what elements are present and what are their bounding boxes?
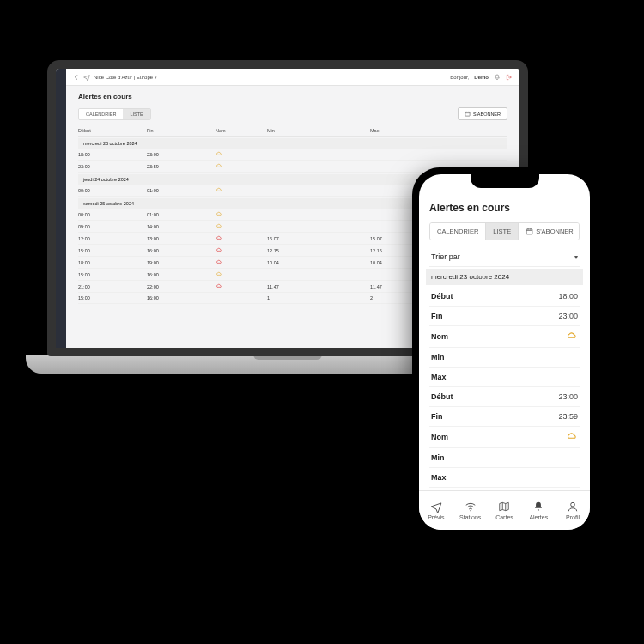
col-min: Min xyxy=(267,128,370,133)
logout-icon[interactable] xyxy=(506,74,513,81)
cell-nom xyxy=(216,259,267,265)
alert-list: Début18:00Fin23:00NomMinMaxDébut23:00Fin… xyxy=(429,287,580,488)
plane-icon xyxy=(430,501,442,513)
nav-label: Profil xyxy=(566,514,580,520)
tab-list[interactable]: Liste xyxy=(123,109,149,119)
label-fin: Fin xyxy=(431,412,443,421)
cloud-icon xyxy=(216,211,222,216)
nav-previs[interactable]: Prévis xyxy=(419,491,453,530)
cell-nom xyxy=(216,187,267,193)
cell-min: 12.15 xyxy=(267,248,370,253)
bell-icon[interactable] xyxy=(494,74,501,81)
cell-fin: 23:59 xyxy=(147,164,216,169)
cell-nom xyxy=(216,163,267,169)
svg-point-2 xyxy=(470,510,471,511)
chevron-down-icon: ▾ xyxy=(574,253,578,261)
list-row-max: Max xyxy=(429,368,580,387)
cell-fin: 19:00 xyxy=(147,260,216,265)
tab-subscribe[interactable]: S'abonner xyxy=(519,223,580,240)
cell-fin: 13:00 xyxy=(147,236,216,241)
cloud-icon xyxy=(216,247,222,252)
cloud-icon xyxy=(216,163,222,168)
tab-calendar[interactable]: Calendrier xyxy=(79,109,123,119)
tab-calendar[interactable]: Calendrier xyxy=(430,223,485,240)
view-tabs: Calendrier Liste xyxy=(78,108,151,120)
list-row-debut: Début23:00 xyxy=(429,387,580,407)
cell-min: 15.07 xyxy=(267,236,370,241)
label-debut: Début xyxy=(431,292,453,301)
list-row-fin: Fin23:59 xyxy=(429,407,580,427)
cell-debut: 00:00 xyxy=(78,188,147,193)
cell-fin: 16:00 xyxy=(147,272,216,277)
cell-nom xyxy=(216,271,267,277)
value-debut: 18:00 xyxy=(558,292,578,301)
cell-debut: 15:00 xyxy=(78,295,147,301)
top-bar: Nice Côte d'Azur | Europe ▾ Bonjour, Dem… xyxy=(66,69,519,86)
cell-min: 10.04 xyxy=(267,260,370,265)
nav-profil[interactable]: Profil xyxy=(556,491,590,530)
nav-cartes[interactable]: Cartes xyxy=(488,491,522,530)
col-max: Max xyxy=(370,128,473,133)
phone-notch xyxy=(471,174,539,188)
breadcrumb-text: Nice Côte d'Azur | Europe xyxy=(94,75,153,80)
col-debut: Début xyxy=(78,128,147,133)
svg-point-3 xyxy=(571,502,575,507)
nav-stations[interactable]: Stations xyxy=(453,491,488,530)
cell-debut: 15:00 xyxy=(78,272,147,277)
back-icon[interactable] xyxy=(73,74,80,81)
cell-debut: 09:00 xyxy=(78,224,147,229)
list-row-min: Min xyxy=(429,448,580,468)
cell-nom xyxy=(216,247,267,253)
list-row-debut: Début18:00 xyxy=(429,287,580,307)
cell-fin: 22:00 xyxy=(147,284,216,289)
bottom-nav: Prévis Stations Cartes Alertes Profil xyxy=(419,490,590,530)
value-fin: 23:00 xyxy=(558,312,578,320)
bell-icon xyxy=(532,501,544,513)
cell-debut: 18:00 xyxy=(78,260,147,265)
subscribe-button[interactable]: S'abonner xyxy=(458,107,507,120)
label-nom: Nom xyxy=(431,332,448,341)
wifi-icon xyxy=(465,501,477,513)
page-title: Alertes en cours xyxy=(78,93,507,100)
cell-nom xyxy=(216,211,267,217)
calendar-icon xyxy=(526,228,533,235)
day-header: mercredi 23 octobre 2024 xyxy=(78,138,507,149)
breadcrumb[interactable]: Nice Côte d'Azur | Europe ▾ xyxy=(94,75,157,80)
sort-dropdown[interactable]: Trier par ▾ xyxy=(429,247,580,267)
user-icon xyxy=(567,501,579,513)
day-header: mercredi 23 octobre 2024 xyxy=(426,269,583,285)
subscribe-label: S'abonner xyxy=(473,112,501,117)
chevron-down-icon: ▾ xyxy=(155,75,157,80)
cell-min: 1 xyxy=(267,295,370,301)
nav-label: Alertes xyxy=(529,514,548,520)
cloud-icon xyxy=(216,151,222,156)
cloud-icon xyxy=(216,223,222,228)
nav-alertes[interactable]: Alertes xyxy=(521,491,556,530)
label-min: Min xyxy=(431,453,445,462)
cloud-icon xyxy=(216,259,222,264)
list-row-max: Max xyxy=(429,468,580,488)
cell-debut: 00:00 xyxy=(78,212,147,217)
cloud-icon xyxy=(216,283,222,289)
cell-fin: 01:00 xyxy=(147,212,216,217)
list-row-nom: Nom xyxy=(429,427,580,448)
sort-label: Trier par xyxy=(431,252,460,261)
calendar-icon xyxy=(465,111,471,117)
label-min: Min xyxy=(431,353,445,361)
cell-nom xyxy=(216,283,267,289)
svg-rect-0 xyxy=(465,112,470,116)
list-row-nom: Nom xyxy=(429,326,580,348)
cell-fin: 16:00 xyxy=(147,295,216,301)
tab-list[interactable]: Liste xyxy=(485,223,519,240)
cell-nom xyxy=(216,223,267,229)
table-row[interactable]: 18:0023:00 xyxy=(78,149,507,161)
col-fin: Fin xyxy=(147,128,216,133)
cloud-icon xyxy=(566,432,578,440)
value-nom xyxy=(566,331,578,342)
table-header: Début Fin Nom Min Max xyxy=(78,125,507,137)
cell-debut: 15:00 xyxy=(78,248,147,253)
value-debut: 23:00 xyxy=(558,392,578,401)
list-row-min: Min xyxy=(429,348,580,368)
cell-nom xyxy=(216,151,267,157)
cloud-icon xyxy=(216,271,222,276)
